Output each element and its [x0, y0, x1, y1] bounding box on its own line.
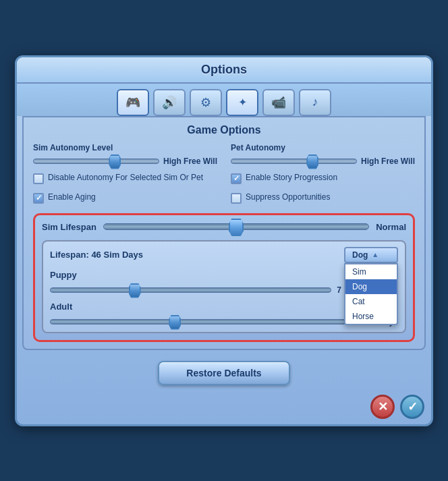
lifespan-days-label: Lifespan: 46 Sim Days	[50, 250, 143, 260]
puppy-label: Puppy	[50, 270, 90, 280]
camera-icon: ✦	[238, 96, 247, 109]
disable-autonomy-row: Disable Autonomy For Selected Sim Or Pet	[33, 173, 217, 184]
sim-autonomy-track[interactable]	[33, 159, 159, 164]
tab-gameplay[interactable]: 🎮	[117, 89, 149, 116]
sim-autonomy-value: High Free Will	[163, 157, 217, 166]
lifespan-dropdown[interactable]: Dog ▲	[344, 247, 398, 263]
puppy-track[interactable]	[50, 287, 331, 293]
dropdown-item-horse[interactable]: Horse	[345, 309, 397, 324]
enable-aging-checkbox[interactable]	[33, 193, 44, 204]
graphics-icon: ⚙	[200, 95, 211, 110]
pet-autonomy-label: Pet Autonomy	[231, 143, 415, 152]
suppress-opp-checkbox[interactable]	[231, 193, 242, 204]
disable-autonomy-checkbox[interactable]	[33, 173, 44, 184]
dropdown-item-sim[interactable]: Sim	[345, 264, 397, 279]
enable-aging-label: Enable Aging	[48, 192, 96, 203]
adult-label: Adult	[50, 302, 90, 312]
lifespan-inner: Lifespan: 46 Sim Days Dog ▲ Sim Dog Cat …	[42, 240, 406, 333]
sim-autonomy-label: Sim Autonomy Level	[33, 143, 217, 152]
enable-story-label: Enable Story Progression	[246, 173, 337, 183]
dropdown-menu: Sim Dog Cat Horse	[344, 263, 398, 325]
bottom-buttons: ✕ ✓	[17, 391, 431, 424]
lifespan-thumb[interactable]	[229, 219, 244, 236]
lifespan-slider-row: Sim Lifespan Normal	[42, 222, 406, 232]
enable-aging-row: Enable Aging	[33, 192, 217, 204]
pet-autonomy-thumb[interactable]	[306, 154, 318, 169]
main-window: Options 🎮 🔊 ⚙ ✦ 📹 ♪ Game Options Sim Aut…	[15, 55, 433, 426]
section-title: Game Options	[33, 124, 415, 136]
pet-autonomy-value: High Free Will	[361, 157, 415, 166]
dropdown-item-dog[interactable]: Dog	[345, 279, 397, 294]
sim-autonomy-thumb[interactable]	[109, 154, 121, 169]
lifespan-track[interactable]	[103, 223, 369, 230]
dropdown-item-cat[interactable]: Cat	[345, 294, 397, 309]
lifespan-inner-header: Lifespan: 46 Sim Days Dog ▲ Sim Dog Cat …	[50, 247, 398, 263]
dropdown-selected: Dog	[352, 250, 368, 260]
tab-music[interactable]: ♪	[299, 89, 331, 116]
sim-autonomy-slider-row: High Free Will	[33, 157, 217, 166]
lifespan-label: Sim Lifespan	[42, 222, 96, 232]
tab-audio[interactable]: 🔊	[153, 89, 186, 116]
bottom-area: Restore Defaults	[17, 356, 431, 391]
disable-autonomy-label: Disable Autonomy For Selected Sim Or Pet	[48, 173, 203, 183]
sim-autonomy-col: Sim Autonomy Level High Free Will Disabl…	[33, 143, 217, 206]
options-grid: Sim Autonomy Level High Free Will Disabl…	[33, 143, 415, 206]
lifespan-value: Normal	[376, 222, 406, 232]
suppress-opp-label: Suppress Opportunities	[246, 192, 330, 203]
pet-autonomy-col: Pet Autonomy High Free Will Enable Story…	[231, 143, 415, 206]
title-bar: Options	[17, 57, 431, 84]
adult-thumb[interactable]	[169, 315, 181, 330]
dropdown-arrow-icon: ▲	[372, 251, 379, 258]
tab-graphics[interactable]: ⚙	[190, 89, 222, 116]
gameplay-icon: 🎮	[125, 95, 140, 110]
video-icon: 📹	[271, 95, 286, 110]
cancel-button[interactable]: ✕	[370, 395, 395, 419]
tab-camera[interactable]: ✦	[226, 89, 258, 116]
enable-story-checkbox[interactable]	[231, 173, 242, 184]
tab-video[interactable]: 📹	[262, 89, 295, 116]
suppress-opp-row: Suppress Opportunities	[231, 192, 415, 204]
window-title: Options	[201, 63, 247, 76]
enable-story-row: Enable Story Progression	[231, 173, 415, 184]
confirm-button[interactable]: ✓	[400, 395, 424, 419]
music-icon: ♪	[312, 95, 318, 109]
lifespan-dropdown-container: Dog ▲ Sim Dog Cat Horse	[344, 247, 398, 263]
tabs-row: 🎮 🔊 ⚙ ✦ 📹 ♪	[17, 84, 431, 116]
puppy-thumb[interactable]	[129, 283, 141, 298]
lifespan-section: Sim Lifespan Normal Lifespan: 46 Sim Day…	[33, 213, 415, 342]
main-content: Game Options Sim Autonomy Level High Fre…	[22, 116, 426, 350]
audio-icon: 🔊	[162, 95, 177, 110]
pet-autonomy-track[interactable]	[231, 159, 357, 164]
restore-defaults-button[interactable]: Restore Defaults	[158, 361, 289, 385]
adult-track[interactable]	[50, 319, 362, 324]
pet-autonomy-slider-row: High Free Will	[231, 157, 415, 166]
